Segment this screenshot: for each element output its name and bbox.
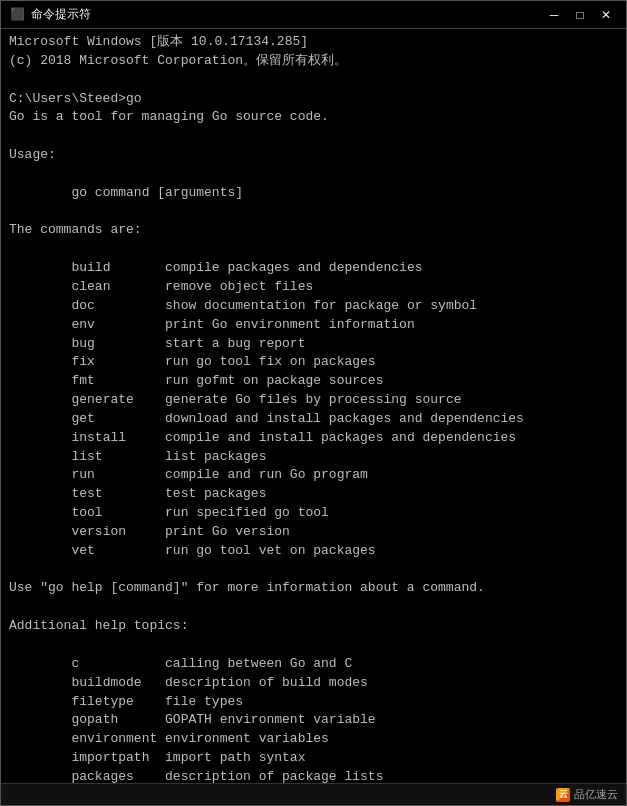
maximize-button[interactable]: □	[568, 5, 592, 25]
minimize-button[interactable]: ─	[542, 5, 566, 25]
terminal-output: Microsoft Windows [版本 10.0.17134.285] (c…	[9, 33, 618, 783]
watermark-logo: 云	[556, 788, 570, 802]
footer-bar: 云 品亿速云	[1, 783, 626, 805]
cmd-window: ⬛ 命令提示符 ─ □ ✕ Microsoft Windows [版本 10.0…	[0, 0, 627, 806]
watermark: 云 品亿速云	[556, 787, 618, 802]
terminal-body[interactable]: Microsoft Windows [版本 10.0.17134.285] (c…	[1, 29, 626, 783]
cmd-icon: ⬛	[9, 7, 25, 23]
window-title: 命令提示符	[31, 6, 91, 23]
close-button[interactable]: ✕	[594, 5, 618, 25]
window-controls: ─ □ ✕	[542, 5, 618, 25]
title-bar-left: ⬛ 命令提示符	[9, 6, 91, 23]
watermark-text: 品亿速云	[574, 787, 618, 802]
title-bar: ⬛ 命令提示符 ─ □ ✕	[1, 1, 626, 29]
